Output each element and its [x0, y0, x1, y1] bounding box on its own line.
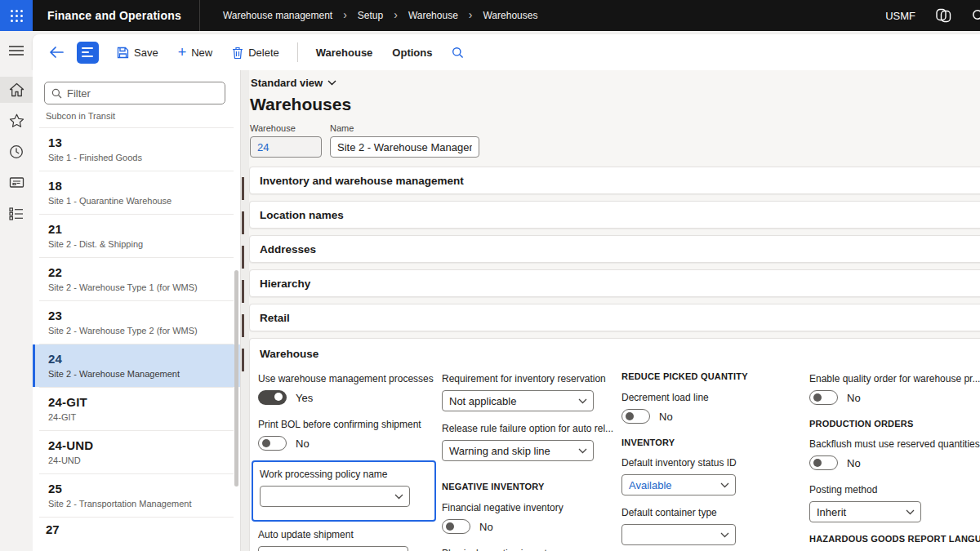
default-container-type-dropdown[interactable] [621, 524, 736, 545]
reduce-picked-quantity-group-header: REDUCE PICKED QUANTITY [621, 371, 752, 381]
breadcrumb-warehouse-management[interactable]: Warehouse management [223, 10, 332, 21]
posting-method-dropdown[interactable]: Inherit [809, 501, 921, 522]
enable-quality-order-toggle[interactable]: No [809, 390, 980, 405]
section-inventory-and-warehouse-management[interactable]: Inventory and warehouse management [249, 167, 980, 194]
use-wms-label: Use warehouse management processes [258, 373, 436, 384]
nav-rail [0, 70, 33, 551]
breadcrumb: Warehouse management › Setup › Warehouse… [223, 10, 538, 21]
list-item[interactable]: 18 Site 1 - Quarantine Warehouse [33, 171, 240, 214]
panel-splitter[interactable] [241, 70, 249, 551]
list-scrollbar-thumb[interactable] [234, 270, 238, 487]
list-item[interactable]: 23 Site 2 - Warehouse Type 2 (for WMS) [33, 301, 240, 344]
breadcrumb-warehouse[interactable]: Warehouse [408, 10, 458, 21]
search-icon[interactable] [971, 8, 980, 23]
record-list-panel: Subcon in Transit 13 Site 1 - Finished G… [33, 70, 241, 551]
modules-list-icon[interactable] [0, 201, 33, 227]
financial-negative-toggle[interactable]: No [442, 519, 615, 534]
filter-box[interactable] [44, 82, 225, 104]
back-button[interactable] [41, 42, 72, 63]
app-launcher-waffle-icon[interactable] [0, 0, 33, 31]
auto-update-shipment-dropdown[interactable]: On quantity decrease [258, 546, 408, 551]
warehouse-name-field[interactable] [330, 136, 479, 158]
chevron-down-icon [578, 448, 587, 454]
save-button[interactable]: Save [109, 42, 167, 64]
list-item-partial[interactable]: 27 [33, 518, 240, 536]
view-selector[interactable]: Standard view [249, 75, 980, 89]
warehouse-section-title: Warehouse [260, 348, 318, 360]
decrement-load-line-toggle[interactable]: No [621, 409, 752, 424]
filter-input[interactable] [67, 87, 218, 100]
backflush-toggle[interactable]: No [809, 455, 980, 470]
waffle-icon [11, 10, 23, 22]
auto-update-shipment-label: Auto update shipment [258, 529, 436, 540]
reservation-requirement-dropdown[interactable]: Not applicable [442, 390, 594, 411]
list-item[interactable]: 21 Site 2 - Dist. & Shipping [33, 215, 240, 257]
options-menu-tab[interactable]: Options [384, 42, 440, 64]
section-retail[interactable]: Retail [249, 304, 980, 331]
breadcrumb-setup[interactable]: Setup [358, 10, 383, 21]
chevron-down-icon [906, 509, 915, 515]
default-container-type-label: Default container type [621, 507, 752, 518]
physical-negative-label: Physical negative inventory [442, 548, 615, 551]
topbar-divider [199, 0, 200, 31]
list-item[interactable]: 25 Site 2 - Transportation Management [33, 474, 240, 517]
warehouse-menu-tab[interactable]: Warehouse [308, 42, 381, 64]
enable-quality-order-label: Enable quality order for warehouse pr... [809, 373, 980, 384]
print-bol-toggle[interactable]: No [258, 436, 436, 451]
reservation-requirement-label: Requirement for inventory reservation [442, 373, 615, 384]
breadcrumb-warehouses[interactable]: Warehouses [483, 10, 537, 21]
plus-icon: + [178, 45, 187, 60]
trash-icon [232, 47, 243, 59]
delete-button[interactable]: Delete [224, 42, 287, 64]
main-content: Standard view Warehouses Warehouse Name … [241, 70, 980, 551]
chevron-right-icon: › [343, 9, 347, 20]
hamburger-menu-icon[interactable] [0, 38, 33, 64]
work-processing-policy-dropdown[interactable] [260, 486, 410, 507]
financial-negative-label: Financial negative inventory [442, 502, 615, 513]
home-icon[interactable] [0, 77, 33, 103]
favorites-star-icon[interactable] [0, 108, 33, 134]
task-list-button[interactable] [77, 42, 99, 64]
list-item[interactable]: 24-UND 24-UND [33, 431, 240, 473]
print-bol-label: Print BOL before confirming shipment [258, 419, 436, 430]
company-selector[interactable]: USMF [885, 10, 915, 22]
chevron-right-icon: › [394, 9, 398, 20]
new-button[interactable]: + New [170, 40, 221, 64]
chevron-down-icon [578, 398, 587, 404]
section-addresses[interactable]: Addresses [249, 235, 980, 263]
name-field-label: Name [330, 123, 479, 133]
production-orders-group-header: PRODUCTION ORDERS [809, 419, 980, 429]
warehouse-field-label: Warehouse [250, 123, 322, 133]
app-title[interactable]: Finance and Operations [33, 9, 199, 22]
release-rule-failure-dropdown[interactable]: Warning and skip line [442, 440, 594, 461]
copilot-icon[interactable] [935, 8, 951, 23]
default-inventory-status-dropdown[interactable]: Available [621, 474, 736, 495]
top-bar: Finance and Operations Warehouse managem… [0, 0, 980, 31]
negative-inventory-group-header: NEGATIVE INVENTORY [442, 482, 615, 491]
recent-clock-icon[interactable] [0, 139, 33, 165]
list-item-selected[interactable]: 24 Site 2 - Warehouse Management [33, 344, 240, 387]
posting-method-label: Posting method [809, 484, 980, 495]
work-processing-policy-label: Work processing policy name [260, 469, 428, 480]
command-search-icon[interactable] [443, 42, 472, 64]
use-wms-toggle[interactable]: Yes [258, 390, 436, 405]
section-location-names[interactable]: Location names [249, 201, 980, 229]
workspaces-icon[interactable] [0, 170, 33, 196]
default-inventory-status-label: Default inventory status ID [621, 457, 752, 469]
save-icon [117, 47, 129, 59]
work-processing-policy-highlight: Work processing policy name [252, 460, 436, 522]
chevron-down-icon [394, 494, 403, 500]
chevron-right-icon: › [469, 9, 473, 20]
chevron-down-icon [327, 80, 336, 86]
command-bar-divider [297, 42, 298, 62]
list-item[interactable]: 13 Site 1 - Finished Goods [33, 128, 240, 171]
list-item[interactable]: 22 Site 2 - Warehouse Type 1 (for WMS) [33, 258, 240, 300]
list-item-partial[interactable]: Subcon in Transit [33, 109, 240, 127]
section-warehouse[interactable]: Warehouse Use warehouse management proce… [249, 338, 980, 551]
command-bar: Save + New Delete Warehouse Options [33, 34, 980, 70]
chevron-down-icon [720, 532, 729, 538]
section-hierarchy[interactable]: Hierarchy [249, 269, 980, 297]
action-band: Save + New Delete Warehouse Options [0, 31, 980, 70]
list-item[interactable]: 24-GIT 24-GIT [33, 388, 240, 430]
warehouse-id-field[interactable] [250, 136, 322, 158]
